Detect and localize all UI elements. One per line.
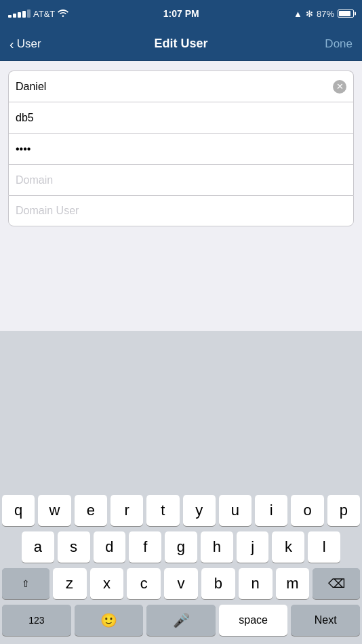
key-j[interactable]: j [237, 531, 269, 563]
mic-key[interactable]: 🎤 [146, 605, 216, 636]
username-input[interactable] [16, 112, 346, 124]
key-v[interactable]: v [164, 568, 198, 599]
key-g[interactable]: g [165, 531, 197, 563]
keyboard: q w e r t y u i o p a s d f g h j k l ⇧ … [0, 489, 362, 644]
key-k[interactable]: k [272, 531, 304, 563]
key-y[interactable]: y [183, 495, 216, 526]
key-q[interactable]: q [2, 495, 35, 526]
location-icon: ▲ [294, 9, 302, 19]
password-field-container [8, 133, 354, 164]
shift-key[interactable]: ⇧ [2, 568, 49, 599]
content-spacer [0, 236, 362, 331]
numbers-key[interactable]: 123 [2, 605, 71, 636]
key-i[interactable]: i [255, 495, 287, 526]
key-h[interactable]: h [201, 531, 233, 563]
key-s[interactable]: s [58, 531, 90, 563]
done-button[interactable]: Done [325, 37, 353, 51]
status-left: AT&T [8, 9, 68, 19]
bluetooth-icon: ✻ [306, 9, 313, 19]
key-w[interactable]: w [38, 495, 71, 526]
keyboard-row-3: ⇧ z x c v b n m ⌫ [2, 568, 360, 599]
carrier-label: AT&T [33, 9, 55, 19]
nav-bar: ‹ User Edit User Done [0, 27, 362, 61]
domain-field-container [8, 164, 354, 195]
battery-icon [338, 9, 354, 18]
row2-spacer-right [344, 531, 360, 563]
key-r[interactable]: r [110, 495, 143, 526]
status-right: ▲ ✻ 87% [294, 9, 354, 19]
status-time: 1:07 PM [163, 8, 199, 19]
keyboard-row-1: q w e r t y u i o p [2, 495, 360, 526]
key-z[interactable]: z [53, 568, 87, 599]
space-key[interactable]: space [219, 605, 288, 636]
username-field-container [8, 102, 354, 133]
keyboard-row-4: 123 🙂 🎤 space Next [2, 605, 360, 636]
key-x[interactable]: x [90, 568, 124, 599]
back-label: User [17, 37, 41, 51]
form-area: ✕ [0, 61, 362, 236]
key-n[interactable]: n [239, 568, 273, 599]
domain-user-input[interactable] [16, 205, 346, 217]
wifi-icon [58, 9, 68, 19]
domain-user-field-container [8, 195, 354, 226]
next-key[interactable]: Next [291, 605, 360, 636]
domain-input[interactable] [16, 174, 346, 186]
chevron-left-icon: ‹ [9, 37, 14, 51]
row2-spacer-left [2, 531, 18, 563]
back-button[interactable]: ‹ User [9, 37, 41, 51]
emoji-key[interactable]: 🙂 [75, 605, 144, 636]
key-d[interactable]: d [94, 531, 126, 563]
key-f[interactable]: f [129, 531, 161, 563]
delete-key[interactable]: ⌫ [313, 568, 360, 599]
status-bar: AT&T 1:07 PM ▲ ✻ 87% [0, 0, 362, 27]
key-l[interactable]: l [308, 531, 340, 563]
signal-icon [8, 9, 31, 18]
password-input[interactable] [16, 143, 346, 155]
key-e[interactable]: e [75, 495, 107, 526]
page-title: Edit User [154, 37, 207, 51]
key-o[interactable]: o [291, 495, 323, 526]
key-p[interactable]: p [327, 495, 360, 526]
key-a[interactable]: a [22, 531, 54, 563]
key-c[interactable]: c [127, 568, 161, 599]
name-input[interactable] [16, 81, 333, 93]
clear-button[interactable]: ✕ [333, 80, 346, 94]
key-t[interactable]: t [146, 495, 179, 526]
key-b[interactable]: b [201, 568, 235, 599]
battery-percent: 87% [317, 9, 334, 19]
name-field-container: ✕ [8, 71, 354, 102]
key-m[interactable]: m [276, 568, 310, 599]
key-u[interactable]: u [219, 495, 252, 526]
keyboard-row-2: a s d f g h j k l [2, 531, 360, 563]
